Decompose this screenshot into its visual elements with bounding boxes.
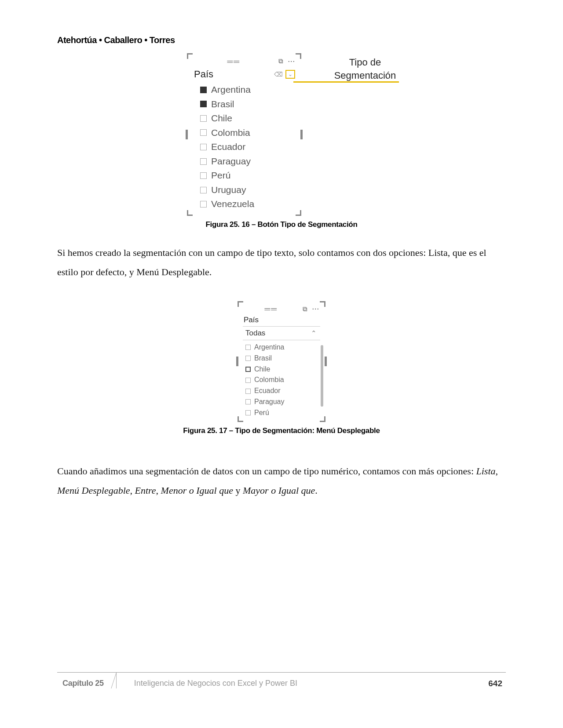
item-label: Argentina	[254, 342, 285, 353]
list-item[interactable]: Colombia	[245, 375, 321, 386]
checkbox-icon[interactable]	[245, 399, 251, 404]
item-label: Venezuela	[211, 197, 254, 211]
list-item[interactable]: Perú	[200, 168, 295, 183]
list-item[interactable]: Venezuela	[200, 197, 295, 211]
figure-25-17: ══ ⧉ ··· País Todas ⌃ Argentina Brasil C…	[57, 301, 506, 435]
checkbox-icon[interactable]	[200, 101, 207, 107]
list-item[interactable]: Paraguay	[245, 397, 321, 408]
slicer-list: ══ ⧉ ··· País ⌫ ⌄ Argentina Brasil Chile…	[187, 53, 301, 216]
checkbox-icon[interactable]	[245, 378, 251, 383]
item-label: Perú	[211, 168, 230, 183]
slicer-items: Argentina Brasil Chile Colombia Ecuador …	[187, 83, 301, 213]
checkbox-icon[interactable]	[245, 389, 251, 394]
slicer-title: País	[244, 316, 259, 324]
focus-mode-icon[interactable]: ⧉	[278, 58, 283, 65]
callout-line1: Tipo de	[314, 56, 416, 69]
item-label: Brasil	[254, 353, 272, 364]
item-label: Ecuador	[254, 386, 281, 397]
callout: Tipo de Segmentación	[301, 53, 416, 82]
figure-caption: Figura 25. 17 – Tipo de Segmentación: Me…	[57, 426, 506, 435]
chevron-up-icon: ⌃	[311, 329, 317, 337]
more-options-icon[interactable]: ···	[288, 60, 295, 63]
slicer-toolbar: ══ ⧉ ···	[238, 306, 325, 315]
p2-part-a: Cuando añadimos una segmentación de dato…	[57, 466, 476, 477]
paragraph-2: Cuando añadimos una segmentación de dato…	[57, 462, 506, 500]
checkbox-icon[interactable]	[200, 172, 207, 179]
slicer-header: País	[238, 315, 325, 326]
checkbox-icon[interactable]	[200, 87, 207, 93]
resize-handle-tr[interactable]	[320, 301, 325, 307]
checkbox-icon[interactable]	[245, 356, 251, 361]
item-label: Paraguay	[211, 154, 251, 169]
list-item[interactable]: Chile	[200, 111, 295, 126]
list-item[interactable]: Uruguay	[200, 183, 295, 197]
figure-25-16: ══ ⧉ ··· País ⌫ ⌄ Argentina Brasil Chile…	[57, 53, 506, 229]
checkbox-icon[interactable]	[245, 410, 251, 415]
slicer-toolbar: ══ ⧉ ···	[187, 58, 301, 67]
p2-part-d: Mayor o Igual que	[243, 485, 315, 496]
resize-handle-tl[interactable]	[238, 301, 243, 307]
list-item[interactable]: Brasil	[200, 97, 295, 112]
header-authors: Atehortúa • Caballero • Torres	[57, 35, 506, 45]
checkbox-icon[interactable]	[200, 187, 207, 193]
item-label: Chile	[254, 364, 270, 375]
slicer-header: País ⌫ ⌄	[187, 67, 301, 83]
list-item[interactable]: Colombia	[200, 126, 295, 140]
resize-handle-left[interactable]	[236, 357, 238, 366]
item-label: Argentina	[211, 83, 251, 97]
dropdown-toggle[interactable]: Todas ⌃	[243, 326, 320, 340]
resize-handle-bl[interactable]	[187, 210, 193, 216]
checkbox-icon[interactable]	[200, 129, 207, 136]
drag-handle-icon[interactable]: ══	[227, 59, 240, 64]
p2-part-e: .	[315, 485, 318, 496]
slicer-dropdown: ══ ⧉ ··· País Todas ⌃ Argentina Brasil C…	[238, 301, 325, 422]
callout-line2: Segmentación	[314, 69, 416, 82]
checkbox-icon[interactable]	[200, 158, 207, 165]
resize-handle-bl[interactable]	[238, 416, 243, 422]
resize-handle-right[interactable]	[300, 130, 303, 139]
list-item[interactable]: Paraguay	[200, 154, 295, 169]
footer-title: Inteligencia de Negocios con Excel y Pow…	[117, 673, 489, 688]
drag-handle-icon[interactable]: ══	[264, 307, 278, 311]
item-label: Colombia	[211, 126, 250, 140]
scrollbar-thumb[interactable]	[321, 345, 323, 407]
item-label: Chile	[211, 111, 232, 126]
list-item[interactable]: Argentina	[245, 342, 321, 353]
checkbox-icon[interactable]	[200, 115, 207, 122]
list-item[interactable]: Ecuador	[245, 386, 321, 397]
list-item[interactable]: Brasil	[245, 353, 321, 364]
checkbox-icon[interactable]	[245, 367, 251, 372]
dropdown-label: Todas	[245, 329, 265, 338]
resize-handle-br[interactable]	[320, 416, 325, 422]
focus-mode-icon[interactable]: ⧉	[303, 306, 307, 313]
list-item[interactable]: Chile	[245, 364, 321, 375]
more-options-icon[interactable]: ···	[312, 307, 319, 311]
item-label: Uruguay	[211, 183, 246, 197]
item-label: Perú	[254, 408, 269, 419]
checkbox-icon[interactable]	[200, 144, 207, 150]
list-item[interactable]: Perú	[245, 408, 321, 419]
resize-handle-tl[interactable]	[187, 53, 193, 59]
resize-handle-left[interactable]	[186, 130, 188, 139]
paragraph-1: Si hemos creado la segmentación con un c…	[57, 243, 506, 282]
segmentation-type-button[interactable]: ⌄	[285, 70, 295, 79]
figure-caption: Figura 25. 16 – Botón Tipo de Segmentaci…	[57, 220, 506, 229]
item-label: Brasil	[211, 97, 234, 112]
resize-handle-br[interactable]	[296, 210, 301, 216]
slicer-items: Argentina Brasil Chile Colombia Ecuador …	[238, 342, 325, 419]
callout-connector	[293, 81, 399, 83]
resize-handle-tr[interactable]	[296, 53, 301, 59]
checkbox-icon[interactable]	[200, 201, 207, 207]
p2-part-c: y	[235, 485, 243, 496]
item-label: Ecuador	[211, 140, 245, 154]
item-label: Paraguay	[254, 397, 285, 408]
list-item[interactable]: Argentina	[200, 83, 295, 97]
checkbox-icon[interactable]	[245, 345, 251, 350]
clear-selection-icon[interactable]: ⌫	[274, 71, 283, 78]
slicer-title: País	[194, 69, 213, 80]
list-item[interactable]: Ecuador	[200, 140, 295, 154]
resize-handle-right[interactable]	[325, 357, 327, 366]
page-footer: Capítulo 25 Inteligencia de Negocios con…	[57, 672, 506, 688]
item-label: Colombia	[254, 375, 284, 386]
footer-page-number: 642	[488, 673, 506, 688]
